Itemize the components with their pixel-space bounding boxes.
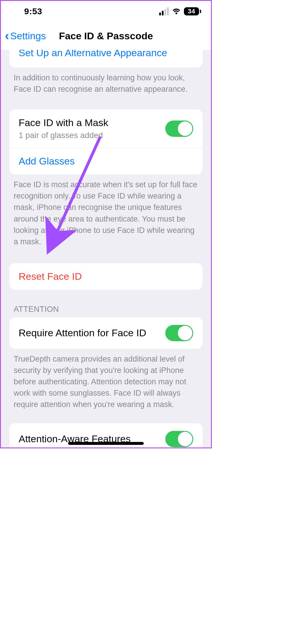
status-bar: 9:53 34 [1, 1, 211, 22]
require-attention-footer: TrueDepth camera provides an additional … [1, 349, 211, 411]
require-attention-toggle[interactable] [165, 325, 193, 341]
require-attention-row[interactable]: Require Attention for Face ID [9, 317, 203, 349]
chevron-left-icon: ‹ [5, 30, 9, 42]
battery-icon: 34 [184, 7, 201, 15]
alt-appearance-footer: In addition to continuously learning how… [1, 68, 211, 95]
face-id-mask-footer: Face ID is most accurate when it's set u… [1, 174, 211, 247]
settings-content[interactable]: Set Up an Alternative Appearance In addi… [1, 50, 211, 447]
add-glasses-row[interactable]: Add Glasses [9, 148, 203, 174]
face-id-mask-toggle[interactable] [165, 121, 193, 137]
status-time: 9:53 [24, 6, 42, 16]
status-icons: 34 [159, 6, 201, 16]
face-id-mask-title: Face ID with a Mask [19, 117, 108, 128]
reset-face-id-group: Reset Face ID [9, 263, 203, 290]
add-glasses-label: Add Glasses [19, 155, 75, 167]
require-attention-title: Require Attention for Face ID [19, 327, 146, 339]
reset-face-id-label: Reset Face ID [19, 271, 82, 282]
face-id-mask-row[interactable]: Face ID with a Mask 1 pair of glasses ad… [9, 109, 203, 148]
back-button[interactable]: ‹ Settings [5, 22, 46, 50]
cellular-signal-icon [159, 7, 169, 15]
attention-aware-toggle[interactable] [165, 431, 193, 447]
back-label: Settings [10, 30, 46, 42]
require-attention-group: Require Attention for Face ID [9, 317, 203, 349]
setup-alt-appearance-label: Set Up an Alternative Appearance [19, 50, 193, 59]
face-id-mask-subtitle: 1 pair of glasses added [19, 131, 108, 140]
wifi-icon [172, 6, 181, 16]
home-indicator[interactable] [68, 442, 144, 445]
battery-percentage: 34 [188, 8, 195, 15]
attention-section-header: ATTENTION [1, 290, 211, 317]
setup-alt-appearance-row[interactable]: Set Up an Alternative Appearance [9, 50, 203, 68]
reset-face-id-row[interactable]: Reset Face ID [9, 263, 203, 290]
face-id-mask-group: Face ID with a Mask 1 pair of glasses ad… [9, 109, 203, 174]
nav-bar: ‹ Settings Face ID & Passcode [1, 22, 211, 50]
page-title: Face ID & Passcode [59, 30, 153, 42]
screen-frame: 9:53 34 ‹ Settings Face ID & Passco [0, 0, 212, 448]
